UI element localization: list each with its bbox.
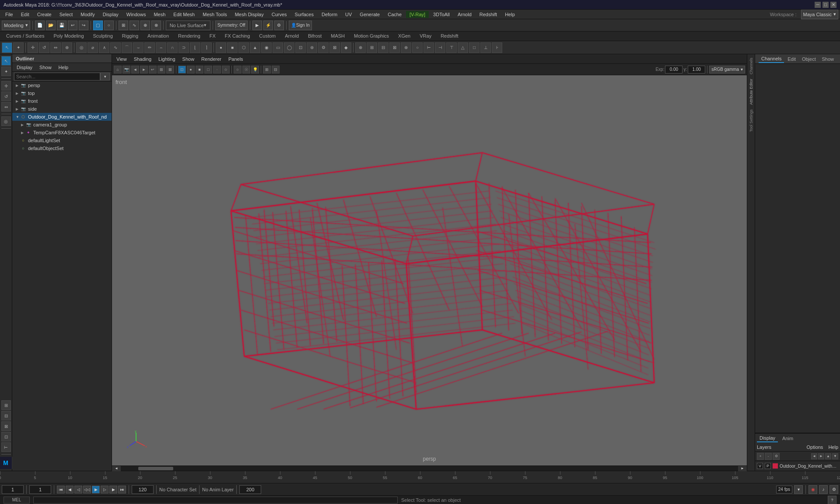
vp-prev-view-btn[interactable]: ◄ [131, 66, 139, 74]
layer-create-btn[interactable]: + [757, 453, 764, 460]
attribute-editor-tab-vertical[interactable]: Attribute Editor [749, 77, 754, 107]
workspace-dropdown[interactable]: Maya Classic ▾ [801, 10, 838, 19]
outliner-menu-show[interactable]: Show [37, 64, 54, 70]
ep-curve-icon[interactable]: ⌣ [133, 42, 144, 53]
vp-layout-btn[interactable]: ⊠ [166, 66, 174, 74]
vp-hud-btn[interactable]: ⊟ [272, 66, 280, 74]
tab-poly-modeling[interactable]: Poly Modeling [49, 32, 88, 41]
layout-5-btn[interactable]: ⊢ [1, 442, 11, 452]
reduce-icon[interactable]: ⊤ [446, 42, 457, 53]
fps-dropdown-btn[interactable]: ▾ [794, 485, 803, 494]
menu-mesh[interactable]: Mesh [150, 11, 169, 18]
mel-label[interactable]: MEL [4, 497, 30, 504]
3d-viewport[interactable]: front [112, 75, 747, 466]
render-settings-btn[interactable]: ⚙ [274, 21, 284, 30]
move-icon[interactable]: ✛ [28, 42, 38, 53]
disk-icon[interactable]: ◯ [284, 42, 294, 53]
outliner-item-side[interactable]: ▶ 📷 side [12, 105, 112, 113]
torus-icon[interactable]: ◉ [261, 42, 272, 53]
pb-prev-frame-btn[interactable]: ◁ [74, 486, 82, 494]
pb-start-btn[interactable]: ⏮ [57, 486, 65, 494]
menu-mesh-display[interactable]: Mesh Display [231, 11, 267, 18]
tab-fx[interactable]: FX [205, 32, 220, 41]
two-pt-arc-icon[interactable]: ⌉ [201, 42, 212, 53]
object-tab[interactable]: Object [799, 56, 819, 63]
channels-tab[interactable]: Channels [759, 55, 784, 63]
boolean-icon[interactable]: ⊕ [401, 42, 411, 53]
pipe-icon[interactable]: ⊡ [295, 42, 306, 53]
vp-menu-lighting[interactable]: Lighting [156, 56, 178, 63]
outliner-search-btn[interactable]: ▾ [100, 73, 110, 80]
layout-1-btn[interactable]: ⊞ [1, 400, 11, 410]
playback-end-input[interactable] [132, 485, 154, 494]
maximize-button[interactable]: □ [822, 2, 829, 8]
menu-modify[interactable]: Modify [77, 11, 98, 18]
menu-vray[interactable]: [V-Ray] [406, 11, 429, 18]
vp-view-preset-btn[interactable]: ⊞ [158, 66, 165, 74]
pb-play-fwd-btn[interactable]: ▶ [92, 486, 100, 494]
sphere-icon[interactable]: ● [216, 42, 226, 53]
outliner-menu-help[interactable]: Help [56, 64, 71, 70]
menu-select[interactable]: Select [56, 11, 77, 18]
tab-fx-caching[interactable]: FX Caching [220, 32, 254, 41]
hscroll-thumb[interactable] [138, 467, 173, 470]
menu-deform[interactable]: Deform [318, 11, 341, 18]
layer-nav-up[interactable]: ▲ [825, 453, 831, 459]
sculpt-icon[interactable]: ⌀ [88, 42, 98, 53]
pb-next-frame-btn[interactable]: ▷ [101, 486, 108, 494]
outliner-item-lightset[interactable]: ○ defaultLightSet [12, 136, 112, 144]
vp-wireframe-btn[interactable]: ⊡ [178, 66, 186, 74]
redo-btn[interactable]: ↪ [79, 21, 88, 30]
outliner-item-persp[interactable]: ▶ 📷 persp [12, 81, 112, 89]
bevel-icon[interactable]: ⊠ [389, 42, 400, 53]
snap-curve-btn[interactable]: ∿ [130, 21, 139, 30]
vp-smooth-btn[interactable]: ● [187, 66, 195, 74]
layer-visibility-checkbox[interactable]: V [757, 463, 763, 469]
extrude-icon[interactable]: ⊞ [367, 42, 377, 53]
outliner-item-kennel[interactable]: ▼ ⬡ Outdoor_Dog_Kennel_with_Roof_nd [12, 113, 112, 121]
vp-menu-show[interactable]: Show [180, 56, 197, 63]
layer-nav-down[interactable]: ▼ [832, 453, 838, 459]
layer-delete-btn[interactable]: - [765, 453, 772, 460]
arc-icon[interactable]: ⌢ [156, 42, 166, 53]
symmetry-btn[interactable]: Symmetry: Off [215, 21, 248, 30]
current-frame-input[interactable] [2, 485, 24, 494]
tab-arnold[interactable]: Arnold [280, 32, 303, 41]
tab-rigging[interactable]: Rigging [118, 32, 143, 41]
bridge-icon[interactable]: ⊟ [378, 42, 388, 53]
tab-motion-graphics[interactable]: Motion Graphics [350, 32, 393, 41]
vp-grid-btn[interactable]: ⊞ [263, 66, 271, 74]
undo-btn[interactable]: ↩ [68, 21, 77, 30]
platonic-icon[interactable]: ◆ [341, 42, 351, 53]
range-end-input[interactable] [239, 485, 261, 494]
tab-custom[interactable]: Custom [255, 32, 280, 41]
snap-view-btn[interactable]: ⊗ [151, 21, 161, 30]
snap-point-btn[interactable]: ⊕ [140, 21, 150, 30]
minimize-button[interactable]: ─ [815, 2, 821, 8]
menu-windows[interactable]: Windows [123, 11, 150, 18]
combine-icon[interactable]: ⊕ [355, 42, 366, 53]
layer-item-kennel[interactable]: V P Outdoor_Dog_Kennel_with_Re [755, 461, 840, 471]
vp-ambient-btn[interactable]: ☉ [242, 66, 250, 74]
pb-end-btn[interactable]: ⏭ [118, 486, 126, 494]
menu-display[interactable]: Display [99, 11, 122, 18]
vp-menu-renderer[interactable]: Renderer [199, 56, 224, 63]
tab-xgen[interactable]: XGen [394, 32, 415, 41]
open-scene-btn[interactable]: 📂 [46, 21, 56, 30]
vp-no-light-btn[interactable]: ○ [234, 66, 242, 74]
snap-grid-btn[interactable]: ⊞ [119, 21, 128, 30]
bezier-icon[interactable]: ⌒ [122, 42, 132, 53]
vp-points-btn[interactable]: · [213, 66, 221, 74]
tab-vray[interactable]: VRay [415, 32, 436, 41]
show-tab[interactable]: Show [819, 56, 836, 63]
outliner-item-camera1-group[interactable]: ▶ 📷 camera1_group [12, 121, 112, 129]
sound-btn[interactable]: ♪ [819, 485, 828, 494]
menu-file[interactable]: File [2, 11, 17, 18]
outliner-item-top[interactable]: ▶ 📷 top [12, 89, 112, 97]
ipr-render-btn[interactable]: ⚡ [263, 21, 273, 30]
vp-menu-shading[interactable]: Shading [131, 56, 154, 63]
menu-edit[interactable]: Edit [18, 11, 33, 18]
menu-surfaces[interactable]: Surfaces [291, 11, 317, 18]
sketch-icon[interactable]: ⊃ [178, 42, 189, 53]
layer-nav-right[interactable]: ► [818, 453, 824, 459]
